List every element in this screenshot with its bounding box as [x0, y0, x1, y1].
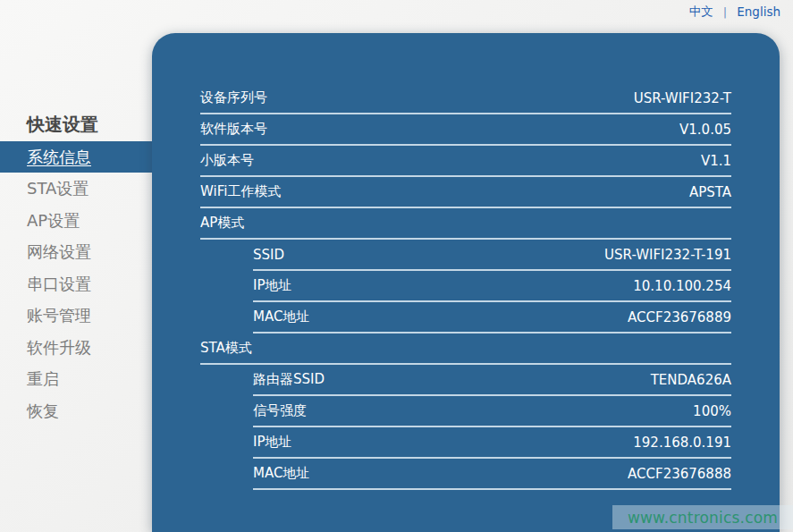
- sidebar-item-restart[interactable]: 重启: [0, 363, 152, 395]
- row-value: 100%: [693, 403, 731, 419]
- watermark: www.cntronics.com: [612, 505, 793, 529]
- sidebar-item-system-info[interactable]: 系统信息: [0, 141, 152, 173]
- table-row-ap-ip: IP地址 10.10.100.254: [253, 271, 731, 302]
- row-label: IP地址: [253, 277, 291, 294]
- row-label: 信号强度: [253, 402, 307, 419]
- row-label: 软件版本号: [200, 121, 267, 138]
- table-row-minor-version: 小版本号 V1.1: [200, 146, 731, 177]
- table-row-device-serial: 设备序列号 USR-WIFI232-T: [200, 83, 731, 114]
- row-value: USR-WIFI232-T: [634, 90, 731, 106]
- row-label: WiFi工作模式: [200, 183, 281, 200]
- table-row-sta-mac: MAC地址 ACCF23676888: [253, 459, 731, 490]
- sidebar: 快速设置 系统信息 STA设置 AP设置 网络设置 串口设置 账号管理 软件升级…: [0, 109, 152, 426]
- table-row-software-version: 软件版本号 V1.0.05: [200, 114, 731, 146]
- row-value: ACCF23676888: [628, 466, 731, 482]
- row-label: IP地址: [253, 434, 291, 451]
- sidebar-item-restore[interactable]: 恢复: [0, 395, 152, 427]
- sidebar-item-quick-setup[interactable]: 快速设置: [0, 109, 152, 141]
- lang-divider: |: [723, 5, 727, 19]
- sidebar-item-sta-settings[interactable]: STA设置: [0, 173, 152, 205]
- row-label: 路由器SSID: [253, 371, 325, 388]
- lang-english-link[interactable]: English: [737, 4, 780, 19]
- sidebar-item-network-settings[interactable]: 网络设置: [0, 236, 152, 268]
- table-row-router-ssid: 路由器SSID TENDA626A: [253, 365, 731, 396]
- sidebar-item-firmware-upgrade[interactable]: 软件升级: [0, 332, 152, 364]
- row-value: APSTA: [689, 184, 731, 200]
- system-info-table: 设备序列号 USR-WIFI232-T 软件版本号 V1.0.05 小版本号 V…: [152, 33, 780, 490]
- sidebar-item-account-management[interactable]: 账号管理: [0, 300, 152, 332]
- sidebar-item-ap-settings[interactable]: AP设置: [0, 205, 152, 237]
- row-label: MAC地址: [253, 465, 309, 482]
- row-label: 设备序列号: [200, 89, 267, 106]
- table-row-wifi-mode: WiFi工作模式 APSTA: [200, 177, 731, 208]
- system-info-panel: 设备序列号 USR-WIFI232-T 软件版本号 V1.0.05 小版本号 V…: [152, 33, 780, 532]
- sidebar-item-serial-settings[interactable]: 串口设置: [0, 268, 152, 300]
- row-label: SSID: [253, 247, 284, 263]
- row-label: MAC地址: [253, 308, 309, 325]
- table-row-ap-ssid: SSID USR-WIFI232-T-191: [253, 240, 731, 271]
- page: { "language_bar": { "chinese": "中文", "di…: [0, 0, 793, 532]
- row-value: ACCF23676889: [628, 309, 731, 325]
- section-label: STA模式: [200, 340, 252, 357]
- row-value: V1.0.05: [679, 122, 731, 138]
- section-label: AP模式: [200, 215, 244, 232]
- row-value: TENDA626A: [651, 372, 731, 388]
- row-value: 10.10.100.254: [633, 278, 731, 294]
- section-header-ap-mode: AP模式: [200, 208, 731, 240]
- section-header-sta-mode: STA模式: [200, 334, 731, 365]
- table-row-ap-mac: MAC地址 ACCF23676889: [253, 302, 731, 334]
- lang-chinese-link[interactable]: 中文: [689, 4, 713, 20]
- table-row-signal-strength: 信号强度 100%: [253, 396, 731, 427]
- row-value: USR-WIFI232-T-191: [604, 247, 731, 263]
- row-value: V1.1: [701, 153, 731, 169]
- language-switcher: 中文 | English: [689, 0, 780, 23]
- table-row-sta-ip: IP地址 192.168.0.191: [253, 427, 731, 459]
- row-value: 192.168.0.191: [633, 435, 731, 451]
- row-label: 小版本号: [200, 152, 254, 169]
